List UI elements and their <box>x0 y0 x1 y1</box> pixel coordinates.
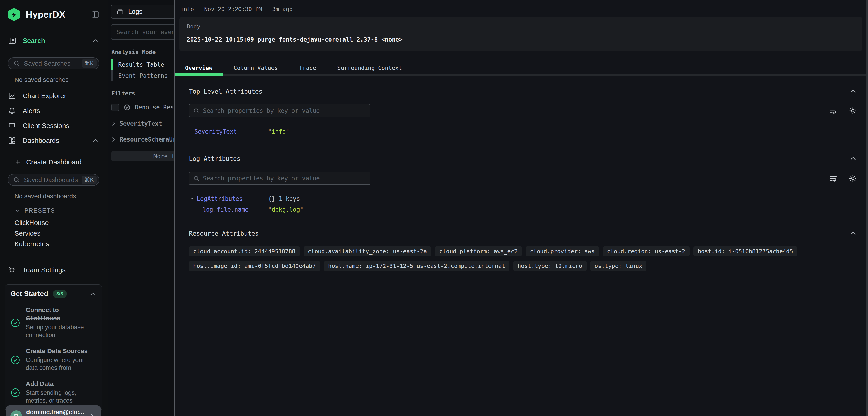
search-icon <box>193 108 200 114</box>
dashboards-grid-icon <box>8 136 16 145</box>
caret-down-icon[interactable] <box>190 196 195 201</box>
app-title: HyperDX <box>26 9 66 20</box>
drawer-tabs: Overview Column Values Trace Surrounding… <box>175 62 868 76</box>
body-label: Body <box>187 23 855 30</box>
presets-toggle[interactable]: PRESETS <box>14 207 107 214</box>
resource-chip[interactable]: host.image.id: ami-0f5fcdfbd140e4ab7 <box>189 261 320 271</box>
presets-list: ClickHouse Services Kubernetes <box>0 217 107 249</box>
create-dashboard-label: Create Dashboard <box>26 158 82 166</box>
property-search-box[interactable] <box>189 104 370 117</box>
collapse-section-icon[interactable] <box>849 229 857 237</box>
hyperdx-logo-icon <box>8 8 20 21</box>
log-attributes-section: Log Attributes LogAttributes {} 1 keys l… <box>175 154 868 222</box>
filter-group-label: ResourceSchemaUrl <box>120 136 180 143</box>
resource-chip[interactable]: cloud.account.id: 244449518788 <box>189 246 300 256</box>
property-search-input[interactable] <box>203 108 366 114</box>
chevron-up-icon[interactable] <box>89 290 96 298</box>
get-started-step[interactable]: Create Data Sources Configure where your… <box>10 347 96 372</box>
resource-chip[interactable]: host.id: i-0510b81275acbe4d5 <box>693 246 797 256</box>
sidebar-item-client-sessions[interactable]: Client Sessions <box>0 118 107 133</box>
saved-dashboards-input[interactable]: Saved Dashboards ⌘K <box>8 174 99 186</box>
scrollbar[interactable] <box>866 0 868 416</box>
gear-icon <box>8 266 16 274</box>
sidebar-item-team-settings[interactable]: Team Settings <box>0 264 107 276</box>
gear-icon[interactable] <box>848 107 857 115</box>
create-dashboard-button[interactable]: Create Dashboard <box>14 157 107 168</box>
bell-icon <box>8 107 16 115</box>
property-search-box[interactable] <box>189 172 370 185</box>
body-text: 2025-10-22 10:15:09 purge fonts-dejavu-c… <box>187 36 855 43</box>
resource-chip[interactable]: host.type: t2.micro <box>513 261 587 271</box>
property-search-input[interactable] <box>203 175 366 182</box>
divider <box>0 51 107 51</box>
attribute-key[interactable]: SeverityText <box>194 128 268 135</box>
preset-services[interactable]: Services <box>14 228 107 239</box>
chevron-right-icon <box>110 136 117 143</box>
attribute-key[interactable]: log.file.name <box>203 206 268 213</box>
resource-chip[interactable]: cloud.region: us-east-2 <box>603 246 690 256</box>
sidebar-nav: Chart Explorer Alerts Client Sessions Da… <box>0 88 107 148</box>
get-started-step[interactable]: Add Data Start sending logs, metrics, or… <box>10 380 96 405</box>
resource-chip[interactable]: cloud.platform: aws_ec2 <box>435 246 522 256</box>
plus-icon <box>14 159 21 166</box>
search-nav-icon <box>8 36 17 45</box>
tab-column-values[interactable]: Column Values <box>223 62 288 74</box>
preset-kubernetes[interactable]: Kubernetes <box>14 239 107 249</box>
collapse-section-icon[interactable] <box>849 154 857 162</box>
resource-chip[interactable]: host.name: ip-172-31-12-5.us-east-2.comp… <box>324 261 509 271</box>
divider <box>189 221 857 222</box>
collapse-section-icon[interactable] <box>849 87 857 95</box>
resource-attributes-section: Resource Attributes cloud.account.id: 24… <box>175 229 868 284</box>
presets-label: PRESETS <box>24 207 55 214</box>
get-started-header[interactable]: Get Started 3/3 <box>10 290 96 298</box>
saved-dashboards-placeholder: Saved Dashboards <box>24 176 78 184</box>
sidebar: HyperDX Search Saved Searches ⌘K No save… <box>0 0 107 416</box>
search-icon <box>13 60 20 67</box>
attribute-value[interactable]: "info" <box>268 128 289 135</box>
sidebar-item-alerts[interactable]: Alerts <box>0 103 107 118</box>
chart-icon <box>8 92 16 100</box>
attribute-value[interactable]: "dpkg.log" <box>268 206 304 213</box>
sidebar-item-dashboards[interactable]: Dashboards <box>0 133 107 148</box>
chevron-up-icon[interactable] <box>92 37 99 44</box>
get-started-progress-badge: 3/3 <box>53 290 67 298</box>
preset-clickhouse[interactable]: ClickHouse <box>14 217 107 228</box>
collapse-sidebar-icon[interactable] <box>91 10 100 19</box>
section-title: Resource Attributes <box>189 230 259 237</box>
tree-root[interactable]: LogAttributes <box>190 195 268 202</box>
body-card: Body 2025-10-22 10:15:09 purge fonts-dej… <box>180 17 862 51</box>
check-circle-icon <box>10 388 20 398</box>
tab-surrounding-context[interactable]: Surrounding Context <box>327 62 412 74</box>
wrap-lines-icon[interactable] <box>829 174 838 183</box>
gear-icon[interactable] <box>848 174 857 183</box>
check-circle-icon <box>10 355 20 365</box>
tab-overview[interactable]: Overview <box>175 62 223 74</box>
tab-trace[interactable]: Trace <box>288 62 327 74</box>
user-account-button[interactable]: D dominic.tran@clic... dominic.tran@clic… <box>6 405 101 416</box>
no-saved-searches-text: No saved searches <box>14 76 107 83</box>
sidebar-item-search[interactable]: Search <box>0 34 107 47</box>
team-settings-label: Team Settings <box>23 266 66 274</box>
sidebar-item-chart-explorer[interactable]: Chart Explorer <box>0 88 107 103</box>
step-title: Add Data <box>26 380 94 388</box>
laptop-icon <box>8 121 16 130</box>
event-details-drawer: info · Nov 20 2:20:30 PM · 3m ago Body 2… <box>174 0 868 416</box>
wrap-lines-icon[interactable] <box>829 107 838 115</box>
section-title: Top Level Attributes <box>189 88 262 95</box>
chevron-right-icon <box>89 412 96 416</box>
search-nav-label: Search <box>23 37 45 44</box>
nav-label: Dashboards <box>23 137 59 145</box>
search-icon <box>13 176 20 184</box>
nav-label: Client Sessions <box>23 122 69 129</box>
source-box-icon <box>116 8 124 16</box>
saved-searches-input[interactable]: Saved Searches ⌘K <box>8 57 99 69</box>
check-circle-icon <box>10 318 20 328</box>
resource-chip[interactable]: cloud.provider: aws <box>526 246 599 256</box>
denoise-checkbox[interactable] <box>112 103 119 111</box>
resource-chip[interactable]: cloud.availability_zone: us-east-2a <box>304 246 431 256</box>
resource-chip[interactable]: os.type: linux <box>590 261 647 271</box>
divider <box>0 151 107 151</box>
avatar: D <box>10 410 22 416</box>
get-started-step[interactable]: Connect to ClickHouse Set up your databa… <box>10 306 96 339</box>
chevron-up-icon[interactable] <box>92 137 99 145</box>
